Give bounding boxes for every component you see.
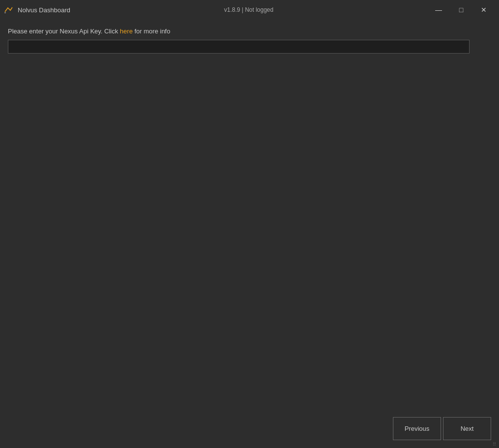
next-button[interactable]: Next xyxy=(443,417,491,440)
info-text: Please enter your Nexus Api Key. Click h… xyxy=(8,28,491,35)
resize-handle[interactable]: ⠿ xyxy=(491,441,497,447)
app-icon xyxy=(4,5,14,15)
title-bar: Nolvus Dashboard v1.8.9 | Not logged — □… xyxy=(0,0,499,20)
minimize-button[interactable]: — xyxy=(427,2,450,17)
maximize-button[interactable]: □ xyxy=(450,2,472,17)
version-status: v1.8.9 | Not logged xyxy=(224,6,274,13)
title-bar-left: Nolvus Dashboard xyxy=(4,5,70,15)
window-controls: — □ ✕ xyxy=(427,2,495,17)
app-title: Nolvus Dashboard xyxy=(18,6,70,14)
info-text-before-link: Please enter your Nexus Api Key. Click xyxy=(8,28,120,35)
here-link[interactable]: here xyxy=(120,28,133,35)
bottom-bar: Previous Next ⠿ xyxy=(0,409,499,448)
previous-button[interactable]: Previous xyxy=(393,417,441,440)
info-text-after-link: for more info xyxy=(133,28,170,35)
api-key-input[interactable] xyxy=(8,40,470,54)
close-button[interactable]: ✕ xyxy=(472,2,495,17)
main-content: Please enter your Nexus Api Key. Click h… xyxy=(0,20,499,409)
